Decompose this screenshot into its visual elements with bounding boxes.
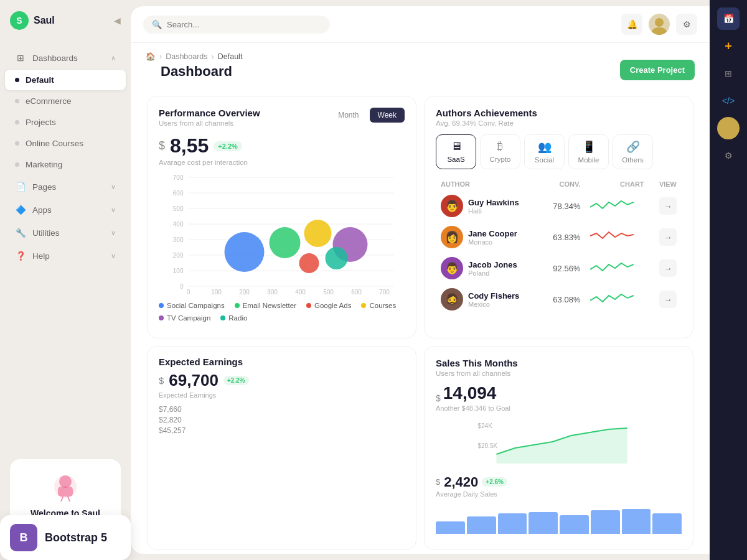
chevron-icon: ∨ bbox=[111, 229, 116, 237]
mini-chart-svg bbox=[590, 227, 634, 245]
authors-title: Authors Achievements bbox=[436, 108, 682, 118]
tab-mobile[interactable]: 📱 Mobile bbox=[568, 134, 609, 169]
daily-label: Average Daily Sales bbox=[436, 490, 682, 498]
back-icon[interactable]: ◀ bbox=[114, 16, 121, 26]
sidebar-item-apps[interactable]: 🔷 Apps ∨ bbox=[5, 198, 126, 221]
author-info: 🧔 Cody Fishers Mexico bbox=[441, 288, 536, 310]
author-avatar: 🧔 bbox=[441, 288, 463, 310]
legend-email: Email Newsletter bbox=[235, 302, 296, 309]
sidebar-item-projects[interactable]: Projects bbox=[5, 112, 126, 133]
svg-text:$24K: $24K bbox=[478, 422, 493, 429]
tab-label: Mobile bbox=[578, 156, 599, 164]
svg-text:100: 100 bbox=[211, 289, 222, 296]
legend-dot bbox=[159, 315, 164, 320]
sidebar-item-pages[interactable]: 📄 Pages ∨ bbox=[5, 175, 126, 198]
create-project-button[interactable]: Create Project bbox=[620, 60, 695, 80]
sidebar-item-online-courses[interactable]: Online Courses bbox=[5, 133, 126, 154]
mobile-icon: 📱 bbox=[582, 140, 596, 154]
bar-item bbox=[498, 513, 527, 534]
svg-rect-2 bbox=[58, 487, 73, 497]
authors-subtitle: Avg. 69.34% Conv. Rate bbox=[436, 119, 682, 127]
perf-tabs: Month Week bbox=[330, 108, 405, 123]
rp-avatar[interactable] bbox=[717, 117, 740, 139]
tab-month[interactable]: Month bbox=[330, 108, 367, 123]
sidebar-item-label: Dashboards bbox=[32, 54, 111, 63]
view-btn[interactable]: → bbox=[659, 228, 677, 246]
legend-dot bbox=[361, 303, 366, 308]
nav-dot bbox=[15, 78, 19, 82]
svg-text:0: 0 bbox=[187, 289, 190, 296]
bar-item bbox=[560, 515, 589, 534]
author-info: 👨 Jacob Jones Poland bbox=[441, 257, 536, 279]
sidebar-logo: S bbox=[10, 11, 29, 30]
sidebar-item-default[interactable]: Default bbox=[5, 70, 126, 90]
rp-code-btn[interactable]: </> bbox=[717, 90, 740, 112]
daily-badge: +2.6% bbox=[482, 477, 507, 487]
author-name: Cody Fishers bbox=[468, 291, 519, 301]
svg-text:600: 600 bbox=[173, 190, 184, 197]
svg-text:700: 700 bbox=[173, 174, 184, 181]
pages-icon: 📄 bbox=[15, 181, 26, 192]
tab-crypto[interactable]: ₿ Crypto bbox=[480, 134, 520, 169]
sidebar-item-marketing[interactable]: Marketing bbox=[5, 154, 126, 175]
bubble-chart-svg: 700 600 500 400 300 200 100 0 0 100 200 … bbox=[159, 171, 405, 296]
page-title: Dashboard bbox=[146, 61, 247, 88]
earnings-dollar: $ bbox=[159, 375, 164, 386]
nav-dot bbox=[15, 162, 19, 167]
sidebar-item-utilities[interactable]: 🔧 Utilities ∨ bbox=[5, 222, 126, 244]
svg-text:400: 400 bbox=[173, 221, 184, 228]
conv-rate: 92.56% bbox=[546, 264, 580, 273]
conv-rate: 63.83% bbox=[546, 233, 580, 242]
view-btn[interactable]: → bbox=[659, 291, 677, 308]
authors-tabs: 🖥 SaaS ₿ Crypto 👥 Social 📱 Mobile 🔗 bbox=[436, 134, 682, 169]
svg-point-32 bbox=[304, 220, 332, 247]
breadcrumb-home[interactable]: 🏠 bbox=[146, 52, 156, 61]
topbar-notification-btn[interactable]: 🔔 bbox=[621, 14, 642, 35]
tab-social[interactable]: 👥 Social bbox=[524, 134, 565, 169]
search-icon: 🔍 bbox=[152, 20, 162, 29]
chart-legend: Social Campaigns Email Newsletter Google… bbox=[159, 302, 405, 322]
sidebar-item-dashboards[interactable]: ⊞ Dashboards ∧ bbox=[5, 47, 126, 69]
dashboards-icon: ⊞ bbox=[15, 52, 26, 63]
col-view: VIEW bbox=[649, 178, 682, 190]
perf-title: Performance Overview bbox=[159, 108, 260, 118]
view-btn[interactable]: → bbox=[659, 197, 677, 215]
svg-text:$20.5K: $20.5K bbox=[478, 442, 498, 449]
sales-card: Sales This Months Users from all channel… bbox=[424, 346, 693, 551]
sidebar-item-help[interactable]: ❓ Help ∨ bbox=[5, 245, 126, 267]
sales-dollar: $ bbox=[436, 393, 441, 403]
search-input[interactable] bbox=[167, 20, 321, 29]
legend-dot bbox=[220, 315, 225, 320]
search-box[interactable]: 🔍 bbox=[143, 16, 330, 34]
topbar-avatar[interactable] bbox=[649, 14, 670, 35]
mini-chart-svg bbox=[590, 289, 634, 307]
sidebar-item-label: Projects bbox=[26, 118, 116, 127]
sidebar-item-ecommerce[interactable]: eCommerce bbox=[5, 91, 126, 111]
breadcrumb: 🏠 › Dashboards › Default bbox=[146, 52, 247, 61]
rp-grid-btn[interactable]: ⊞ bbox=[717, 62, 740, 85]
breadcrumb-dashboards[interactable]: Dashboards bbox=[166, 52, 207, 61]
sidebar-item-label: Utilities bbox=[32, 228, 111, 238]
topbar-settings-btn[interactable]: ⚙ bbox=[676, 14, 697, 35]
metric-label: Avarage cost per interaction bbox=[159, 159, 405, 166]
rp-add-btn[interactable]: + bbox=[717, 35, 740, 57]
chevron-icon: ∧ bbox=[111, 54, 116, 62]
rp-calendar-btn[interactable]: 📅 bbox=[717, 7, 740, 30]
svg-text:300: 300 bbox=[267, 289, 278, 296]
author-country: Haiti bbox=[468, 207, 519, 215]
svg-text:300: 300 bbox=[173, 236, 184, 243]
rp-settings-btn[interactable]: ⚙ bbox=[717, 144, 740, 167]
svg-line-3 bbox=[61, 497, 63, 502]
legend-dot bbox=[159, 303, 164, 308]
view-btn[interactable]: → bbox=[659, 259, 677, 277]
tab-others[interactable]: 🔗 Others bbox=[613, 134, 653, 169]
sidebar-item-label: Online Courses bbox=[26, 139, 116, 148]
svg-point-34 bbox=[299, 253, 319, 273]
earnings-value: 69,700 bbox=[169, 371, 218, 390]
tab-saas[interactable]: 🖥 SaaS bbox=[436, 134, 476, 169]
right-panel: 📅 + ⊞ </> ⚙ Explore Help Buy now bbox=[710, 0, 747, 560]
tab-week[interactable]: Week bbox=[370, 108, 405, 123]
mini-chart-svg bbox=[590, 258, 634, 276]
sidebar-item-label: Pages bbox=[32, 182, 111, 192]
promo-illustration bbox=[40, 469, 90, 503]
